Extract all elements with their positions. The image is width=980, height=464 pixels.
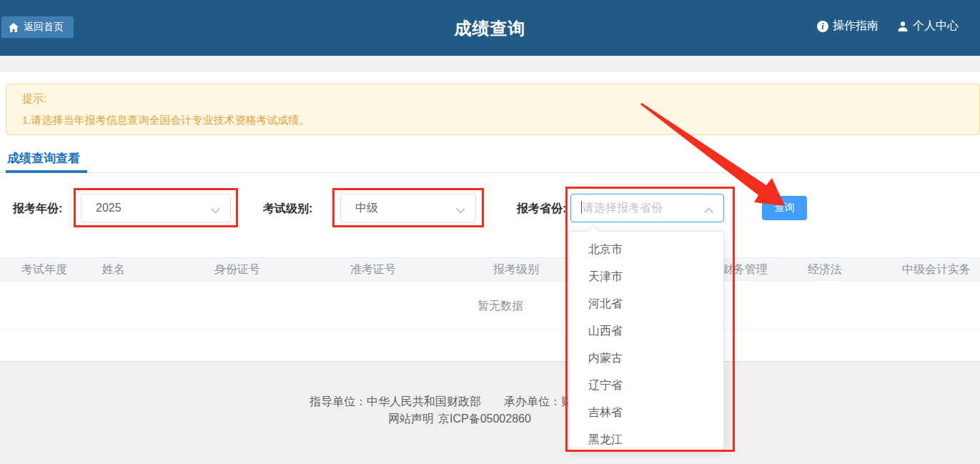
tab-score-query-view[interactable]: 成绩查询查看 (7, 150, 80, 167)
province-option[interactable]: 河北省 (569, 290, 723, 317)
info-icon: i (817, 21, 828, 32)
province-option[interactable]: 黑龙江 (569, 426, 723, 450)
text-caret (581, 201, 582, 214)
personal-center-label: 个人中心 (913, 19, 959, 34)
score-query-page: 返回首页 成绩查询 i 操作指南 个人中心 提示: 1.请选择当年报考信息查询全… (0, 0, 980, 464)
level-select[interactable]: 中级 (340, 194, 476, 222)
table-bottom-border (0, 329, 980, 330)
year-select[interactable]: 2025 (81, 194, 231, 222)
notice-line: 1.请选择当年报考信息查询全国会计专业技术资格考试成绩。 (22, 114, 310, 127)
province-option[interactable]: 吉林省 (569, 399, 723, 426)
sub-header-strip (0, 56, 980, 71)
province-dropdown-panel: 北京市天津市河北省山西省内蒙古辽宁省吉林省黑龙江 (568, 231, 724, 450)
year-label: 报考年份: (13, 202, 62, 217)
table-column-header: 财务管理 (722, 258, 768, 280)
query-button[interactable]: 查询 (762, 196, 807, 220)
table-column-header: 中级会计实务 (902, 258, 971, 280)
table-column-header: 身份证号 (214, 258, 260, 280)
footer-sponsor-line: 指导单位：中华人民共和国财政部 承办单位：财 (310, 395, 573, 410)
header-links: i 操作指南 个人中心 (817, 19, 959, 34)
notice-title: 提示: (22, 92, 46, 106)
province-select-placeholder: 请选择报考省份 (583, 202, 663, 214)
province-select[interactable]: 请选择报考省份 (570, 194, 724, 222)
footer: 指导单位：中华人民共和国财政部 承办单位：财 网站声明 京ICP备0500286… (0, 361, 980, 464)
province-option[interactable]: 辽宁省 (569, 372, 723, 399)
table-column-header: 准考证号 (350, 258, 396, 280)
year-select-value: 2025 (96, 202, 122, 214)
province-option[interactable]: 山西省 (569, 317, 723, 345)
table-column-header: 考试年度 (21, 258, 67, 280)
personal-center-link[interactable]: 个人中心 (897, 19, 959, 34)
tab-divider-line (0, 172, 980, 173)
province-option[interactable]: 北京市 (569, 236, 723, 263)
header-bar: 返回首页 成绩查询 i 操作指南 个人中心 (0, 0, 980, 56)
tab-active-underline (6, 170, 87, 173)
guide-link[interactable]: i 操作指南 (817, 19, 878, 34)
table-empty-text: 暂无数据 (477, 299, 523, 314)
notice-box: 提示: 1.请选择当年报考信息查询全国会计专业技术资格考试成绩。 (6, 84, 980, 135)
province-option[interactable]: 内蒙古 (569, 345, 723, 372)
user-icon (897, 21, 909, 32)
level-select-value: 中级 (355, 202, 378, 214)
province-label: 报考省份: (517, 202, 566, 217)
province-option[interactable]: 天津市 (569, 263, 723, 290)
level-label: 考试级别: (263, 202, 312, 217)
site-statement-link[interactable]: 网站声明 (388, 412, 434, 427)
chevron-down-icon (456, 204, 465, 214)
province-option-list: 北京市天津市河北省山西省内蒙古辽宁省吉林省黑龙江 (569, 232, 723, 450)
table-column-header: 报考级别 (493, 258, 539, 280)
table-column-header: 姓名 (102, 258, 125, 280)
icp-number: 京ICP备05002860 (438, 412, 531, 427)
chevron-down-icon (211, 204, 220, 214)
guide-label: 操作指南 (833, 19, 878, 34)
table-header-row: 考试年度姓名身份证号准考证号报考级别财务管理经济法中级会计实务 (0, 257, 980, 281)
chevron-up-icon (704, 207, 713, 217)
table-column-header: 经济法 (808, 258, 842, 280)
